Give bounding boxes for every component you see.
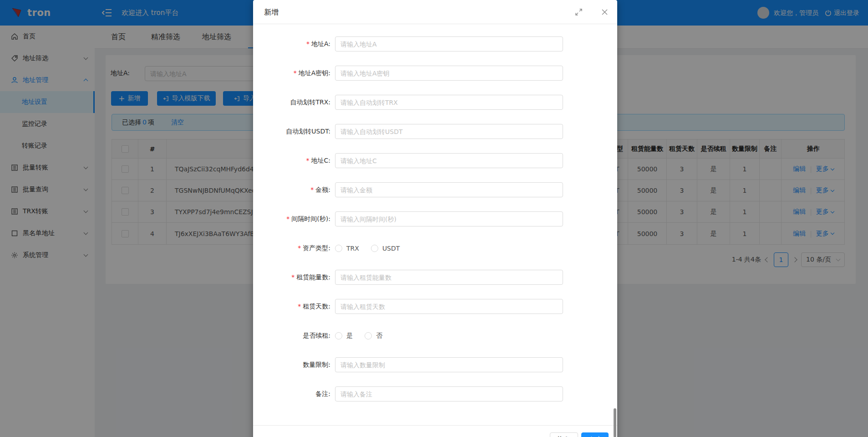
rental-days-input[interactable] (335, 299, 563, 314)
field-label: *数量限制: (253, 357, 330, 372)
radio-icon (371, 245, 378, 252)
form-row-amount: *金额: (253, 182, 617, 197)
radio-no[interactable]: 否 (365, 332, 382, 340)
field-label: *备注: (253, 386, 330, 401)
form-row-renew: *是否续租: 是 否 (253, 328, 617, 343)
required-star: * (310, 186, 314, 193)
dialog-header: 新增 (253, 0, 617, 24)
required-star: * (291, 273, 294, 281)
form-row-note: *备注: (253, 386, 617, 401)
form-row-address-a-key: *地址A密钥: (253, 66, 617, 81)
asset-type-radio-group: TRX USDT (335, 241, 400, 256)
note-input[interactable] (335, 386, 563, 401)
address-a-key-input[interactable] (335, 66, 563, 81)
form-row-asset-type: *资产类型: TRX USDT (253, 241, 617, 256)
address-c-input[interactable] (335, 153, 563, 168)
required-star: * (298, 303, 301, 310)
dialog-close-button[interactable]: 关 闭 (550, 432, 578, 437)
form-row-limit: *数量限制: (253, 357, 617, 372)
field-label: *是否续租: (253, 328, 330, 343)
required-star: * (294, 69, 297, 77)
form-row-interval: *间隔时间(秒): (253, 211, 617, 226)
radio-yes[interactable]: 是 (335, 332, 353, 340)
field-label: *租赁天数: (253, 299, 330, 314)
add-dialog: 新增 *地址A: *地址A密钥: *自动划转TRX: *自动划转USDT: *地… (253, 0, 617, 437)
dialog-ok-button[interactable]: 确 定 (581, 432, 609, 437)
amount-input[interactable] (335, 182, 563, 197)
field-label: *金额: (253, 182, 330, 197)
form-row-address-c: *地址C: (253, 153, 617, 168)
radio-icon (335, 332, 342, 339)
dialog-footer: 关 闭 确 定 (253, 425, 617, 437)
form-row-auto-usdt: *自动划转USDT: (253, 124, 617, 139)
field-label: *自动划转TRX: (253, 95, 330, 110)
form-row-address-a: *地址A: (253, 36, 617, 51)
form-row-energy: *租赁能量数: (253, 270, 617, 285)
field-label: *地址C: (253, 153, 330, 168)
modal-scrollbar-thumb[interactable] (614, 408, 616, 437)
required-star: * (306, 157, 310, 164)
form-row-auto-trx: *自动划转TRX: (253, 95, 617, 110)
renew-radio-group: 是 否 (335, 328, 382, 343)
radio-icon (365, 332, 372, 339)
address-a-input[interactable] (335, 36, 563, 51)
radio-trx[interactable]: TRX (335, 245, 359, 252)
interval-seconds-input[interactable] (335, 211, 563, 226)
rental-energy-input[interactable] (335, 270, 563, 285)
auto-transfer-trx-input[interactable] (335, 95, 563, 110)
field-label: *间隔时间(秒): (253, 211, 330, 226)
radio-usdt[interactable]: USDT (371, 245, 400, 252)
field-label: *地址A: (253, 36, 330, 51)
required-star: * (286, 215, 289, 222)
required-star: * (298, 244, 301, 252)
field-label: *自动划转USDT: (253, 124, 330, 139)
auto-transfer-usdt-input[interactable] (335, 124, 563, 139)
close-icon[interactable] (601, 8, 609, 16)
field-label: *资产类型: (253, 241, 330, 256)
fullscreen-icon[interactable] (575, 8, 583, 16)
form-row-days: *租赁天数: (253, 299, 617, 314)
radio-icon (335, 245, 342, 252)
field-label: *地址A密钥: (253, 66, 330, 81)
field-label: *租赁能量数: (253, 270, 330, 285)
required-star: * (306, 40, 310, 47)
dialog-title: 新增 (264, 0, 279, 24)
quantity-limit-input[interactable] (335, 357, 563, 372)
